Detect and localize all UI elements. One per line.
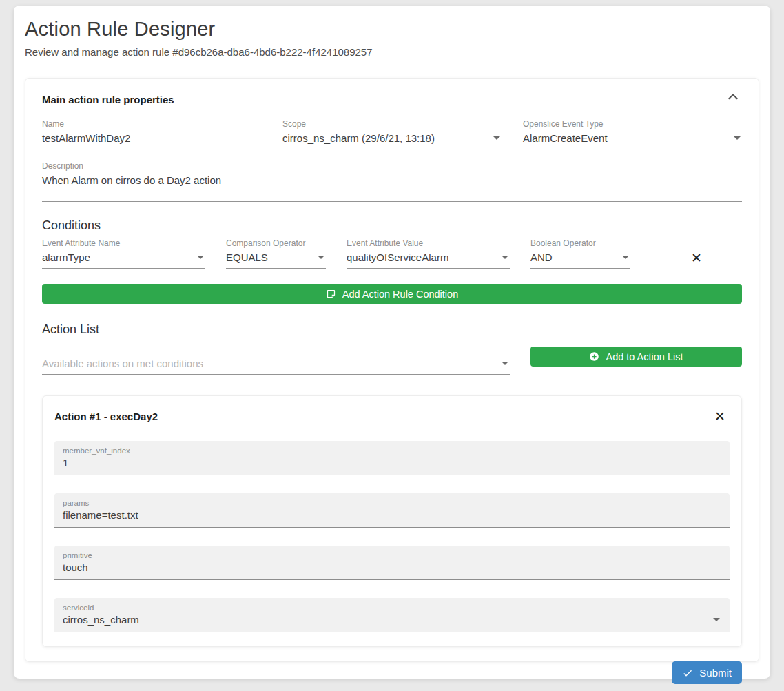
event-type-select[interactable]: Openslice Event Type AlarmCreateEvent bbox=[523, 119, 742, 149]
submit-button[interactable]: Submit bbox=[672, 661, 742, 684]
params-field[interactable]: params filename=test.txt bbox=[54, 493, 730, 528]
boolean-operator-select[interactable]: Boolean Operator AND bbox=[530, 238, 630, 269]
boolean-operator-label: Boolean Operator bbox=[530, 238, 630, 248]
action-rule-designer-panel: Action Rule Designer Review and manage a… bbox=[14, 6, 770, 679]
submit-button-label: Submit bbox=[699, 667, 732, 679]
scope-label: Scope bbox=[282, 119, 502, 129]
main-properties-heading: Main action rule properties bbox=[42, 94, 174, 105]
name-field[interactable]: Name testAlarmWithDay2 bbox=[42, 119, 261, 149]
add-to-action-list-button[interactable]: Add to Action List bbox=[530, 347, 742, 367]
main-properties-header: Main action rule properties bbox=[42, 94, 742, 105]
main-properties-card: Main action rule properties Name testAla… bbox=[25, 78, 759, 662]
available-actions-placeholder: Available actions on met conditions bbox=[42, 358, 203, 369]
page-title: Action Rule Designer bbox=[25, 18, 759, 41]
event-attribute-name-value: alarmType bbox=[42, 251, 90, 263]
primitive-value: touch bbox=[63, 561, 88, 573]
checkmark-icon bbox=[682, 668, 693, 679]
remove-action-icon[interactable]: ✕ bbox=[714, 410, 725, 423]
event-type-label: Openslice Event Type bbox=[523, 119, 742, 129]
name-value: testAlarmWithDay2 bbox=[42, 132, 130, 144]
plus-circle-icon bbox=[589, 351, 599, 362]
conditions-heading: Conditions bbox=[42, 218, 742, 233]
dropdown-arrow-icon bbox=[502, 362, 508, 365]
member-vnf-index-label: member_vnf_index bbox=[63, 446, 721, 455]
event-attribute-value-label: Event Attribute Value bbox=[347, 238, 510, 248]
dropdown-arrow-icon bbox=[713, 618, 720, 621]
description-field[interactable]: Description When Alarm on cirros do a Da… bbox=[42, 161, 742, 202]
remove-condition-icon[interactable]: ✕ bbox=[691, 251, 702, 265]
add-condition-button[interactable]: Add Action Rule Condition bbox=[42, 284, 742, 304]
page-subtitle: Review and manage action rule #d96cb26a-… bbox=[25, 46, 759, 58]
add-to-action-list-button-label: Add to Action List bbox=[606, 351, 683, 362]
action-list-heading: Action List bbox=[42, 322, 742, 337]
dropdown-arrow-icon bbox=[734, 136, 741, 140]
dropdown-arrow-icon bbox=[622, 256, 629, 259]
params-label: params bbox=[63, 499, 721, 507]
description-value: When Alarm on cirros do a Day2 action bbox=[42, 174, 221, 186]
collapse-chevron-up-icon[interactable] bbox=[728, 94, 738, 103]
event-attribute-value-value: qualityOfServiceAlarm bbox=[347, 251, 448, 263]
action-card: Action #1 - execDay2 ✕ member_vnf_index … bbox=[42, 395, 742, 647]
dropdown-arrow-icon bbox=[502, 256, 508, 259]
name-label: Name bbox=[42, 119, 261, 129]
scope-select[interactable]: Scope cirros_ns_charm (29/6/21, 13:18) bbox=[282, 119, 502, 149]
params-value: filename=test.txt bbox=[63, 509, 138, 521]
member-vnf-index-field[interactable]: member_vnf_index 1 bbox=[54, 441, 730, 475]
event-type-value: AlarmCreateEvent bbox=[523, 132, 608, 144]
serviceid-value: cirros_ns_charm bbox=[63, 614, 139, 626]
dropdown-arrow-icon bbox=[197, 256, 204, 259]
serviceid-label: serviceid bbox=[63, 604, 721, 612]
dropdown-arrow-icon bbox=[318, 256, 324, 259]
member-vnf-index-value: 1 bbox=[63, 457, 68, 468]
dropdown-arrow-icon bbox=[493, 136, 500, 140]
event-attribute-value-select[interactable]: Event Attribute Value qualityOfServiceAl… bbox=[347, 238, 510, 269]
comparison-operator-select[interactable]: Comparison Operator EQUALS bbox=[226, 238, 326, 269]
page-header: Action Rule Designer Review and manage a… bbox=[14, 6, 770, 68]
event-attribute-name-select[interactable]: Event Attribute Name alarmType bbox=[42, 238, 205, 269]
serviceid-select[interactable]: serviceid cirros_ns_charm bbox=[54, 598, 730, 632]
available-actions-select[interactable]: Available actions on met conditions bbox=[42, 347, 510, 375]
primitive-field[interactable]: primitive touch bbox=[54, 546, 730, 580]
condition-row: Event Attribute Name alarmType Compariso… bbox=[42, 238, 742, 269]
note-add-icon bbox=[326, 289, 336, 299]
comparison-operator-value: EQUALS bbox=[226, 251, 268, 263]
description-label: Description bbox=[42, 161, 742, 171]
add-condition-button-label: Add Action Rule Condition bbox=[342, 289, 458, 300]
event-attribute-name-label: Event Attribute Name bbox=[42, 238, 205, 248]
boolean-operator-value: AND bbox=[530, 251, 553, 263]
main-properties-fields-row: Name testAlarmWithDay2 Scope cirros_ns_c… bbox=[42, 119, 742, 149]
comparison-operator-label: Comparison Operator bbox=[226, 238, 326, 248]
primitive-label: primitive bbox=[63, 551, 721, 559]
action-card-title: Action #1 - execDay2 bbox=[54, 411, 158, 422]
scope-value: cirros_ns_charm (29/6/21, 13:18) bbox=[282, 132, 435, 144]
